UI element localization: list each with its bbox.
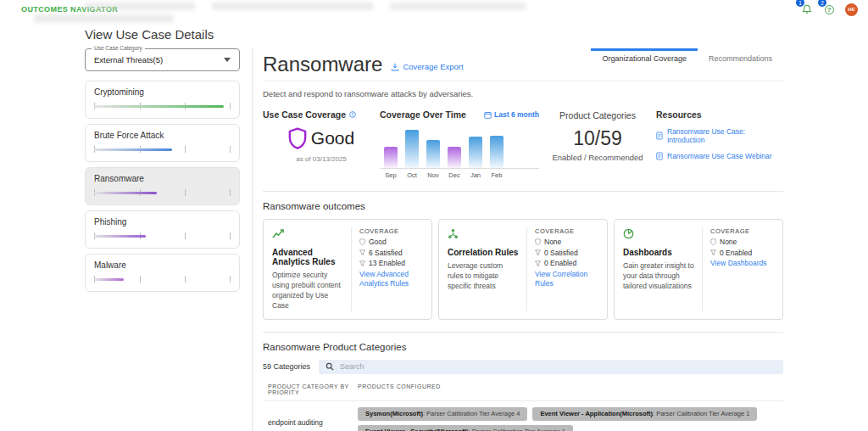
use-case-card-ransomware[interactable]: Ransomware [85,167,240,205]
use-case-card-brute-force-attack[interactable]: Brute Force Attack [85,124,240,162]
coverage-chart-labels: SepOctNovDecJanFeb [380,171,539,179]
coverage-chart [380,126,539,169]
coverage-slider [94,146,231,153]
coverage-stat: None [710,238,774,246]
shield-icon [288,127,307,149]
avatar[interactable]: HE [845,3,858,16]
resources-section: Resources Ransomware Use Case: Introduct… [656,109,783,179]
chart-bar-dec [448,147,461,168]
time-range-label: Last 6 month [494,110,539,119]
use-case-label: Malware [94,260,231,270]
categories-count: 59 Categories [263,362,319,371]
chart-tick-label: Dec [448,171,461,179]
products-cell: Sysmon(Microsoft): Parser Calibration Ti… [358,406,783,431]
product-table-controls: 59 Categories [263,360,783,374]
coverage-slider [94,189,231,196]
use-case-title: Ransomware [263,53,382,76]
page-title: View Use Case Details [85,27,868,42]
coverage-stat-text: 0 Enabled [720,249,752,257]
coverage-label: COVERAGE [710,227,774,235]
shield-icon [359,238,365,245]
use-case-card-phishing[interactable]: Phishing [85,210,240,249]
metrics-row: Use Case Coverage Good as of 03/13/2025 … [263,107,783,192]
content: Use Case Category External Threats(5) Cr… [0,48,868,431]
chart-head: Coverage Over Time Last 6 month [380,109,539,120]
coverage-stat: 6 Satisfied [359,249,423,257]
product-chip-event-viewer-application-microsoft[interactable]: Event Viewer - Application(Microsoft): P… [532,407,757,421]
product-chip-sysmon-microsoft[interactable]: Sysmon(Microsoft): Parser Calibration Ti… [358,407,527,421]
coverage-slider [94,103,231,109]
use-case-card-malware[interactable]: Malware [85,254,240,292]
use-case-label: Ransomware [94,174,231,183]
use-case-coverage-section: Use Case Coverage Good as of 03/13/2025 [263,109,380,179]
funnel-icon [535,260,541,266]
use-case-subtitle: Detect and respond to ransomware attacks… [263,89,783,98]
use-case-label: Cryptomining [94,87,231,97]
resource-links: Ransomware Use Case: IntroductionRansomw… [656,127,783,160]
coverage-stat: None [535,238,598,246]
outcome-card-description: Leverage custom rules to mitigate specif… [448,261,519,292]
use-case-coverage-heading: Use Case Coverage [263,109,380,120]
coverage-export-button[interactable]: Coverage Export [391,62,463,71]
category-cell: endpoint auditing [263,418,358,427]
funnel-icon [535,249,541,255]
slider-tick [185,189,186,196]
coverage-stat-text: 13 Enabled [369,259,405,267]
outcome-card-left: Correlation RulesLeverage custom rules t… [448,227,526,311]
slider-tick [230,103,231,109]
topbar: OUTCOMES NAVIGATOR 1 2 ? HE [0,0,868,15]
outcome-card-coverage: COVERAGENone0 Satisfied0 EnabledView Cor… [526,227,598,311]
coverage-bar [94,148,172,151]
outcome-card-correlation-rules: Correlation RulesLeverage custom rules t… [438,219,608,320]
use-case-label: Phishing [94,217,231,227]
coverage-status: Good [263,127,380,149]
coverage-status-text: Good [311,128,354,148]
coverage-stat-text: None [544,238,561,246]
coverage-label: COVERAGE [359,227,423,235]
chart-tick-label: Oct [405,171,419,179]
outcome-card-left: DashboardsGain greater insight to your d… [623,227,702,311]
outcome-card-description: Optimize security using prebuilt content… [272,271,343,311]
search-bar [319,360,783,374]
coverage-stat: 0 Enabled [535,259,598,267]
info-icon[interactable] [349,111,356,118]
use-case-category-select[interactable]: Use Case Category External Threats(5) [85,48,240,71]
product-chip-event-viewer-security-microsoft[interactable]: Event Viewer - Security(Microsoft): Pars… [358,425,573,431]
coverage-stat: 0 Satisfied [535,249,598,257]
outcome-cards: Advanced Analytics RulesOptimize securit… [263,219,783,333]
coverage-stat: 0 Enabled [710,249,774,257]
sidebar: Use Case Category External Threats(5) Cr… [85,48,240,297]
tab-recommendations[interactable]: Recommendations [698,48,783,71]
calendar-icon [484,111,492,119]
bell-icon [802,4,812,14]
tabs: Organizational CoverageRecommendations [591,48,783,81]
tab-organizational-coverage[interactable]: Organizational Coverage [591,48,698,71]
title-row: Ransomware Coverage Export [263,48,464,81]
help-button[interactable]: 2 ? [823,3,835,15]
slider-tick [185,276,186,283]
column-header-products: PRODUCTS CONFIGURED [358,383,783,395]
analytics-icon [272,228,285,239]
slider-tick [140,276,141,283]
search-input[interactable] [340,362,776,371]
time-range-button[interactable]: Last 6 month [484,110,539,119]
document-icon [656,132,663,140]
notifications-button[interactable]: 1 [801,3,813,15]
view-link-correlation-rules[interactable]: View Correlation Rules [535,270,598,289]
view-link-dashboards[interactable]: View Dashboards [710,259,774,268]
coverage-bar [94,105,224,108]
outcome-card-coverage: COVERAGEGood6 Satisfied13 EnabledView Ad… [351,227,423,311]
resource-link-ransomware-use-case-webinar[interactable]: Ransomware Use Case Webinar [656,152,783,160]
document-icon [656,152,663,160]
use-case-card-cryptomining[interactable]: Cryptomining [85,81,240,119]
chart-tick-label: Sep [384,171,398,179]
product-categories-heading: Product Categories [539,110,656,120]
slider-tick [230,146,231,153]
resource-link-ransomware-use-case-introduction[interactable]: Ransomware Use Case: Introduction [656,127,783,144]
outcomes-heading: Ransomware outcomes [263,201,783,211]
chart-tick-label: Jan [469,171,482,179]
shield-icon [710,238,716,245]
table-header: PRODUCT CATEGORY BY PRIORITY PRODUCTS CO… [263,381,783,400]
view-link-advanced-analytics-rules[interactable]: View Advanced Analytics Rules [359,270,423,289]
app-window: OUTCOMES NAVIGATOR 1 2 ? HE View Use Cas… [0,0,868,431]
